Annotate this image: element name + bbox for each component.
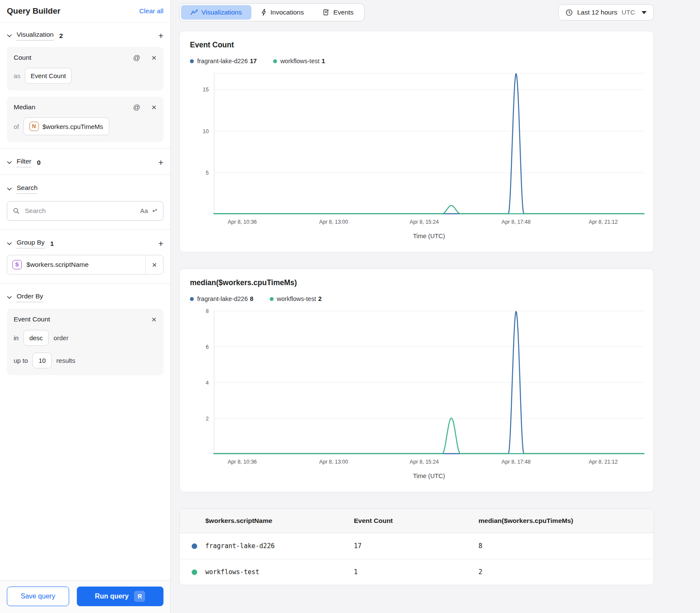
script-name-cell: fragrant-lake-d226 (180, 542, 354, 550)
search-icon (13, 207, 20, 214)
remove-group-by-button[interactable]: ✕ (152, 262, 157, 268)
chevron-down-icon[interactable] (7, 242, 12, 245)
legend-item[interactable]: workflows-test1 (273, 58, 325, 64)
svg-text:Apr 8, 17:48: Apr 8, 17:48 (502, 459, 531, 465)
median-cell: 8 (478, 542, 653, 550)
tab-label: Events (333, 9, 353, 16)
time-range-label: Last 12 hours (577, 9, 617, 16)
results-table-header: $workers.scriptName Event Count median($… (180, 509, 653, 533)
svg-text:2: 2 (206, 416, 209, 422)
result-limit-input[interactable]: 10 (32, 353, 52, 368)
alias-value-chip[interactable]: Event Count (25, 68, 72, 84)
timezone-label: UTC (621, 9, 635, 16)
svg-text:Time (UTC): Time (UTC) (413, 233, 445, 239)
number-type-icon: N (29, 122, 39, 131)
svg-text:Apr 8, 21:12: Apr 8, 21:12 (589, 459, 618, 465)
add-filter-button[interactable]: + (158, 158, 163, 167)
search-input[interactable] (24, 207, 136, 215)
legend-series-name: fragrant-lake-d226 (197, 58, 248, 64)
event-count-chart-panel: Event Count fragrant-lake-d22617workflow… (179, 31, 654, 252)
tab-label: Visualizations (201, 9, 242, 16)
order-by-card: Event Count ✕ in desc order up to 10 res… (7, 309, 163, 375)
search-section-title: Search (17, 184, 38, 194)
case-sensitive-toggle[interactable]: Aa (140, 207, 148, 214)
series-line-workflows-test (214, 205, 644, 213)
median-chart: 2468Apr 8, 10:36Apr 8, 13:00Apr 8, 15:24… (190, 311, 643, 482)
legend-item[interactable]: fragrant-lake-d22617 (190, 58, 257, 64)
chart-title: median($workers.cpuTimeMs) (190, 278, 643, 287)
svg-text:Apr 8, 15:24: Apr 8, 15:24 (410, 219, 439, 225)
chart-title: Event Count (190, 41, 643, 50)
add-group-by-button[interactable]: + (158, 239, 163, 248)
group-by-field[interactable]: S $workers.scriptName ✕ (7, 255, 163, 274)
svg-text:8: 8 (206, 308, 209, 314)
order-by-section-header: Order By (7, 284, 163, 309)
visualization-section-title: Visualization (17, 31, 54, 41)
save-query-button[interactable]: Save query (7, 587, 69, 606)
column-header-event-count: Event Count (354, 517, 478, 525)
event-count-cell: 17 (354, 542, 478, 550)
topbar: Visualizations Invocations Events Last 1… (179, 3, 654, 21)
results-word: results (56, 357, 75, 364)
legend-series-name: fragrant-lake-d226 (197, 295, 248, 302)
time-range-select[interactable]: Last 12 hours UTC (558, 4, 654, 20)
sidebar-content: Visualization 2 + Count @ ✕ as Event Cou… (0, 23, 170, 580)
filter-count: 0 (37, 159, 41, 166)
chevron-down-icon[interactable] (7, 187, 12, 191)
visualization-card-title: Count (14, 54, 31, 61)
visualization-card-title: Median (14, 103, 35, 111)
series-color-dot (192, 569, 197, 575)
remove-visualization-button[interactable]: ✕ (151, 55, 157, 61)
sidebar-header: Query Builder Clear all (0, 0, 170, 23)
table-row: fragrant-lake-d226178 (180, 533, 653, 559)
results-table-panel: $workers.scriptName Event Count median($… (179, 508, 654, 585)
legend-item[interactable]: fragrant-lake-d2268 (190, 295, 254, 302)
query-builder-sidebar: Query Builder Clear all Visualization 2 … (0, 0, 171, 613)
legend-item[interactable]: workflows-test2 (270, 295, 322, 302)
field-select-chip[interactable]: N $workers.cpuTimeMs (23, 117, 109, 135)
legend-series-value: 8 (250, 295, 254, 302)
filter-section-header: Filter 0 + (7, 149, 163, 174)
in-word: in (14, 334, 19, 342)
svg-text:5: 5 (206, 170, 209, 176)
chart-legend: fragrant-lake-d2268workflows-test2 (190, 295, 643, 302)
run-query-button[interactable]: Run query R (77, 587, 163, 606)
event-note-icon (323, 9, 330, 16)
page-title: Query Builder (7, 6, 61, 16)
line-chart-icon (190, 9, 198, 16)
remove-visualization-button[interactable]: ✕ (151, 104, 157, 111)
clear-all-button[interactable]: Clear all (139, 7, 163, 15)
sort-direction-select[interactable]: desc (23, 330, 49, 346)
alias-icon[interactable]: @ (133, 104, 140, 111)
field-name: $workers.cpuTimeMs (43, 123, 103, 130)
filter-section-title: Filter (17, 158, 31, 167)
svg-text:Apr 8, 10:36: Apr 8, 10:36 (228, 459, 257, 465)
clock-icon (566, 9, 573, 16)
chevron-down-icon[interactable] (7, 296, 12, 299)
svg-text:Apr 8, 17:48: Apr 8, 17:48 (502, 219, 531, 225)
add-visualization-button[interactable]: + (158, 31, 163, 40)
tab-visualizations[interactable]: Visualizations (181, 5, 251, 20)
group-by-count: 1 (50, 240, 54, 248)
chevron-down-icon[interactable] (7, 161, 12, 164)
search-box: Aa ▪* (7, 201, 163, 221)
svg-text:Apr 8, 21:12: Apr 8, 21:12 (589, 219, 618, 225)
table-row: workflows-test12 (180, 559, 653, 585)
alias-icon[interactable]: @ (133, 54, 140, 61)
series-color-dot (273, 59, 277, 63)
tab-invocations[interactable]: Invocations (251, 5, 313, 20)
chevron-down-icon[interactable] (7, 34, 12, 38)
regex-toggle[interactable]: ▪* (152, 207, 158, 214)
svg-text:Apr 8, 10:36: Apr 8, 10:36 (228, 219, 257, 225)
tab-events[interactable]: Events (313, 5, 363, 20)
remove-order-by-button[interactable]: ✕ (151, 316, 157, 323)
svg-text:Apr 8, 13:00: Apr 8, 13:00 (319, 459, 348, 465)
connector-word: of (14, 123, 19, 130)
legend-series-value: 2 (318, 295, 321, 302)
svg-text:4: 4 (206, 380, 209, 386)
order-by-field: Event Count (14, 315, 50, 323)
column-header-script-name: $workers.scriptName (180, 517, 354, 525)
series-color-dot (190, 297, 194, 301)
series-line-workflows-test (214, 418, 644, 453)
svg-text:6: 6 (206, 344, 209, 350)
